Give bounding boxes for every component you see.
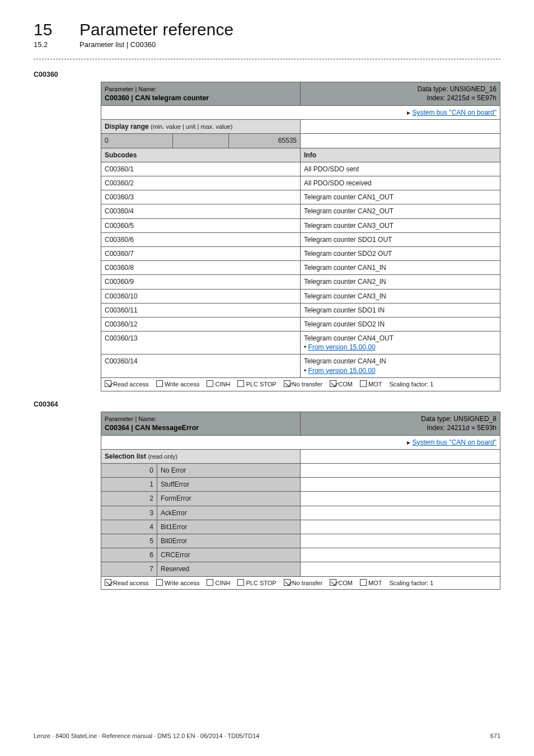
access-scaling: Scaling factor: 1 <box>389 580 433 586</box>
subcode-cell: C00360/12 <box>101 317 301 331</box>
selection-number: 7 <box>101 562 157 576</box>
subcode-cell: C00360/2 <box>101 176 301 190</box>
access-read: Read access <box>113 580 149 586</box>
checkbox-icon <box>237 380 244 387</box>
chevron-right-icon: ▸ <box>407 438 412 446</box>
divider-dashed <box>34 59 500 59</box>
access-write: Write access <box>165 381 200 388</box>
chapter-title: Parameter reference <box>79 20 233 39</box>
subcode-cell: C00360/11 <box>101 303 301 317</box>
access-mot: MOT <box>368 381 382 388</box>
checkbox-icon <box>156 380 163 387</box>
system-bus-link-row: ▸ System bus "CAN on board" <box>101 435 500 449</box>
checkbox-checked-icon <box>330 579 336 586</box>
footer-page-number: 671 <box>490 732 500 739</box>
subcode-cell: C00360/3 <box>101 190 301 204</box>
empty-cell <box>301 562 500 576</box>
info-cell: Telegram counter CAN4_IN• From version 1… <box>301 354 500 377</box>
table-header-row: Parameter | Name: C00360 | CAN telegram … <box>101 82 500 106</box>
table-row: C00360/3Telegram counter CAN1_OUT <box>101 190 500 204</box>
subcodes-header-row: Subcodes Info <box>101 148 500 162</box>
table-row: C00360/1All PDO/SDO sent <box>101 162 500 176</box>
param-name-value: C00360 | CAN telegram counter <box>105 94 209 102</box>
empty-cell <box>301 506 500 520</box>
system-bus-link[interactable]: System bus "CAN on board" <box>412 438 496 446</box>
param-name-value: C00364 | CAN MessageError <box>105 424 199 432</box>
info-cell: Telegram counter SDO1 IN <box>301 303 500 317</box>
subcodes-label: Subcodes <box>101 148 301 162</box>
info-cell: Telegram counter CAN3_IN <box>301 289 500 303</box>
param-table-c00360: Parameter | Name: C00360 | CAN telegram … <box>101 82 500 391</box>
selection-number: 0 <box>101 464 157 478</box>
param-data-type: Data type: UNSIGNED_8 <box>421 415 496 423</box>
subcode-cell: C00360/1 <box>101 162 301 176</box>
info-cell: Telegram counter SDO1 OUT <box>301 232 500 246</box>
info-cell: Telegram counter CAN1_IN <box>301 261 500 275</box>
display-range-row: Display range (min. value | unit | max. … <box>101 120 500 134</box>
table-row: 3AckError <box>101 506 500 520</box>
selection-label: CRCError <box>157 548 301 562</box>
table-row: 6CRCError <box>101 548 500 562</box>
selection-label: StuffError <box>157 478 301 492</box>
page-footer: Lenze · 8400 StateLine · Reference manua… <box>34 732 500 739</box>
access-scaling: Scaling factor: 1 <box>389 381 433 388</box>
param-anchor-c00364: C00364 <box>34 400 500 408</box>
selection-list-sub: (read only) <box>148 453 177 460</box>
table-row: 5Bit0Error <box>101 534 500 548</box>
checkbox-icon <box>360 380 367 387</box>
page-header: 15 Parameter reference <box>34 20 500 39</box>
selection-label: FormError <box>157 492 301 506</box>
checkbox-checked-icon <box>284 579 291 586</box>
access-mot: MOT <box>368 580 382 586</box>
access-com: COM <box>338 580 353 586</box>
param-data-type: Data type: UNSIGNED_16 <box>418 85 496 93</box>
subcode-cell: C00360/7 <box>101 246 301 260</box>
access-row: Read access Write access CINH PLC STOP N… <box>101 377 500 391</box>
subcode-cell: C00360/6 <box>101 232 301 246</box>
access-com: COM <box>338 381 353 388</box>
info-cell: Telegram counter SDO2 IN <box>301 317 500 331</box>
from-version-link[interactable]: From version 15.00.00 <box>308 343 376 351</box>
checkbox-icon <box>207 380 213 387</box>
table-row: C00360/14Telegram counter CAN4_IN• From … <box>101 354 500 377</box>
info-cell: All PDO/SDO received <box>301 176 500 190</box>
access-cinh: CINH <box>215 381 230 388</box>
from-version-link[interactable]: From version 15.00.00 <box>308 367 376 375</box>
access-row: Read access Write access CINH PLC STOP N… <box>101 576 500 590</box>
empty-cell <box>301 520 500 534</box>
selection-label: AckError <box>157 506 301 520</box>
empty-cell <box>301 478 500 492</box>
selection-list-label: Selection list <box>105 452 146 460</box>
display-range-max: 65535 <box>229 134 301 148</box>
checkbox-checked-icon <box>330 380 336 387</box>
table-row: C00360/11Telegram counter SDO1 IN <box>101 303 500 317</box>
table-row: C00360/7Telegram counter SDO2 OUT <box>101 246 500 260</box>
selection-list-header-row: Selection list (read only) <box>101 449 500 463</box>
selection-label: Bit1Error <box>157 520 301 534</box>
param-index: Index: 24215d = 5E97h <box>427 94 496 102</box>
display-range-values-row: 0 65535 <box>101 134 500 148</box>
param-name-label: Parameter | Name: <box>105 86 157 92</box>
footer-left: Lenze · 8400 StateLine · Reference manua… <box>34 732 259 739</box>
system-bus-link[interactable]: System bus "CAN on board" <box>412 109 496 116</box>
table-row: C00360/10Telegram counter CAN3_IN <box>101 289 500 303</box>
selection-number: 5 <box>101 534 157 548</box>
selection-label: No Error <box>157 464 301 478</box>
table-row: 7Reserved <box>101 562 500 576</box>
table-row: C00360/8Telegram counter CAN1_IN <box>101 261 500 275</box>
param-name-label: Parameter | Name: <box>105 416 157 422</box>
empty-cell <box>301 548 500 562</box>
access-plcstop: PLC STOP <box>246 580 276 586</box>
info-label: Info <box>301 148 500 162</box>
table-row: 0No Error <box>101 464 500 478</box>
checkbox-checked-icon <box>105 380 111 387</box>
info-cell: Telegram counter CAN3_OUT <box>301 218 500 232</box>
access-write: Write access <box>165 580 200 586</box>
selection-number: 6 <box>101 548 157 562</box>
display-range-sub: (min. value | unit | max. value) <box>151 123 232 130</box>
checkbox-icon <box>156 579 163 586</box>
table-row: C00360/5Telegram counter CAN3_OUT <box>101 218 500 232</box>
system-bus-link-row: ▸ System bus "CAN on board" <box>101 106 500 120</box>
subcode-cell: C00360/9 <box>101 275 301 289</box>
subcode-cell: C00360/10 <box>101 289 301 303</box>
